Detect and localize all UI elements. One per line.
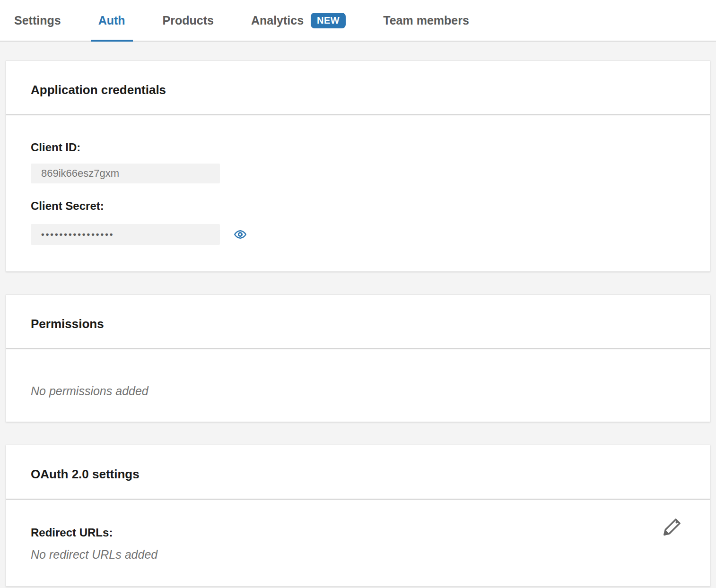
- permissions-card: Permissions No permissions added: [6, 294, 710, 422]
- tab-team-members[interactable]: Team members: [375, 0, 477, 41]
- application-credentials-title: Application credentials: [31, 83, 685, 97]
- tab-products-label: Products: [163, 14, 214, 27]
- tab-settings[interactable]: Settings: [7, 0, 69, 41]
- tab-auth[interactable]: Auth: [91, 0, 133, 41]
- reveal-secret-button[interactable]: [231, 228, 249, 241]
- tab-analytics[interactable]: Analytics NEW: [244, 0, 353, 41]
- application-credentials-card: Application credentials Client ID: 869ik…: [6, 61, 710, 272]
- tab-analytics-label: Analytics: [251, 14, 304, 27]
- redirect-urls-label: Redirect URLs:: [31, 526, 685, 539]
- eye-icon: [231, 235, 249, 242]
- permissions-title: Permissions: [31, 317, 685, 331]
- tab-settings-label: Settings: [14, 14, 61, 27]
- page-content: Application credentials Client ID: 869ik…: [0, 42, 716, 588]
- permissions-header: Permissions: [6, 295, 710, 349]
- edit-redirect-urls-button[interactable]: [662, 516, 683, 537]
- pencil-icon: [662, 532, 683, 539]
- oauth-settings-card: OAuth 2.0 settings Redirect URLs: No red…: [6, 445, 710, 587]
- client-id-label: Client ID:: [31, 141, 685, 154]
- client-secret-row: ••••••••••••••••: [31, 224, 685, 245]
- tab-team-members-label: Team members: [383, 14, 469, 27]
- application-credentials-header: Application credentials: [6, 61, 710, 115]
- client-secret-label: Client Secret:: [31, 199, 685, 213]
- oauth-settings-title: OAuth 2.0 settings: [31, 467, 685, 482]
- client-secret-value[interactable]: ••••••••••••••••: [31, 224, 220, 245]
- oauth-settings-header: OAuth 2.0 settings: [6, 445, 710, 500]
- application-credentials-body: Client ID: 869ik66esz7gxm Client Secret:…: [6, 115, 710, 271]
- tab-bar: Settings Auth Products Analytics NEW Tea…: [0, 0, 716, 42]
- new-badge: NEW: [311, 13, 346, 28]
- client-id-value[interactable]: 869ik66esz7gxm: [31, 164, 220, 183]
- permissions-body: No permissions added: [6, 349, 710, 422]
- tab-auth-label: Auth: [98, 14, 125, 27]
- permissions-empty-text: No permissions added: [31, 384, 685, 398]
- oauth-settings-body: Redirect URLs: No redirect URLs added: [6, 500, 710, 586]
- tab-products[interactable]: Products: [155, 0, 221, 41]
- redirect-urls-empty-text: No redirect URLs added: [31, 548, 685, 562]
